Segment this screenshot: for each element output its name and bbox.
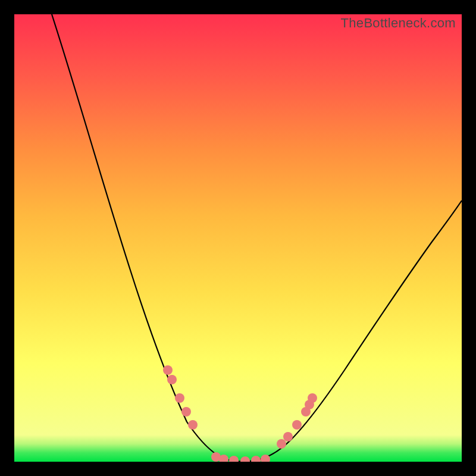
svg-point-4: [188, 420, 198, 430]
plot-area: TheBottleneck.com: [14, 14, 462, 462]
svg-point-0: [163, 365, 173, 375]
svg-point-2: [175, 393, 184, 403]
svg-point-16: [308, 393, 317, 403]
bottleneck-curve: [52, 14, 462, 461]
svg-point-12: [283, 432, 293, 441]
svg-point-9: [251, 456, 261, 462]
svg-point-13: [292, 420, 302, 430]
svg-point-3: [181, 407, 191, 416]
chart-frame: TheBottleneck.com: [0, 0, 476, 476]
svg-point-11: [277, 439, 286, 449]
svg-point-8: [240, 456, 250, 462]
svg-point-1: [167, 375, 177, 384]
marker-group: [163, 365, 317, 462]
curve-plot: [14, 14, 462, 462]
svg-point-7: [229, 456, 239, 462]
